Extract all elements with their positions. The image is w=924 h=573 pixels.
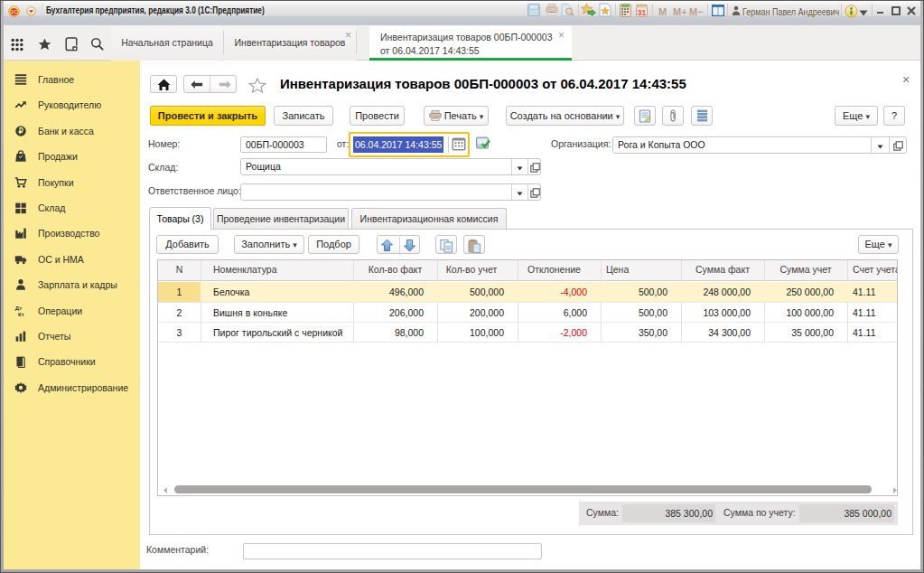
svg-text:31: 31 — [638, 8, 647, 17]
svg-text:Кт: Кт — [18, 311, 24, 317]
svg-text:1С: 1С — [11, 9, 17, 14]
svg-text:₽: ₽ — [19, 127, 24, 136]
